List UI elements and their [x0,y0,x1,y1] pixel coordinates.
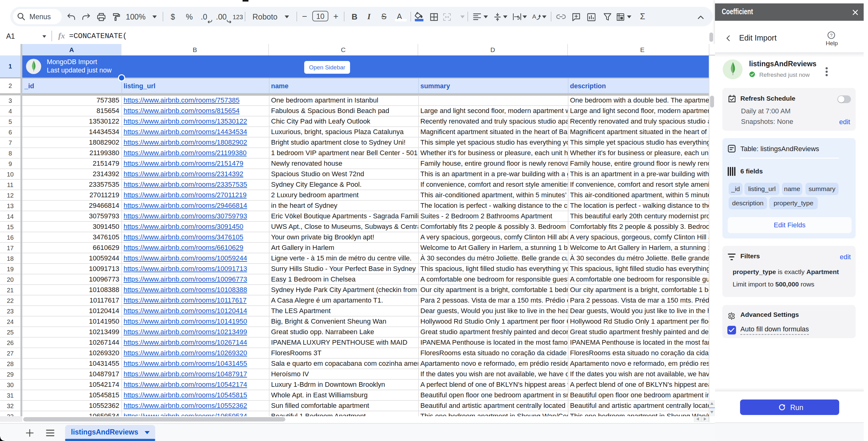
svg-text:A: A [532,13,536,20]
svg-text:?: ? [830,33,832,38]
